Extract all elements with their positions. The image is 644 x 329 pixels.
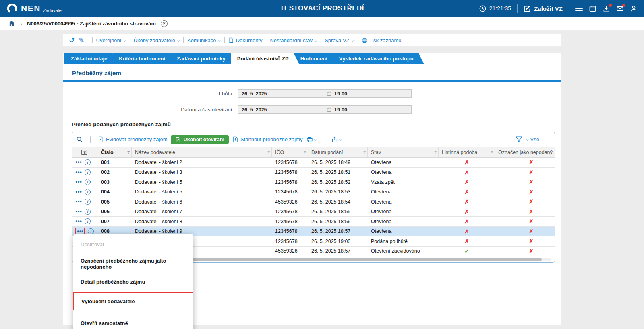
- cell-date: 26. 5. 2025 18:57: [308, 228, 368, 234]
- tab-0[interactable]: Základní údaje: [64, 53, 118, 64]
- row-info-icon[interactable]: i: [85, 218, 91, 224]
- clock: 21:21:35: [479, 5, 511, 12]
- chevron-down-icon: ▽: [526, 137, 528, 142]
- history-icon[interactable]: ↺: [69, 37, 75, 44]
- downloads-button[interactable]: [603, 5, 610, 12]
- section-rule: [63, 80, 561, 82]
- table-row-6[interactable]: ●●●i007Dodavatel - školení 81234567826. …: [72, 217, 555, 227]
- table-row-4[interactable]: ●●●i005Dodavatel - školení 64535932626. …: [72, 197, 555, 207]
- record-action-3[interactable]: Dokumenty: [228, 37, 263, 43]
- table-row-2[interactable]: ●●●i003Dodavatel - školení 51234567826. …: [72, 177, 555, 187]
- search-icon[interactable]: [76, 136, 83, 143]
- row-menu-button[interactable]: ●●●: [75, 160, 82, 164]
- filter-caret-icon[interactable]: ▽: [304, 151, 306, 154]
- messages-button[interactable]: [616, 5, 624, 12]
- row-menu-button[interactable]: ●●●: [75, 210, 82, 214]
- pencil-icon[interactable]: ✎: [79, 37, 84, 44]
- row-info-icon[interactable]: i: [85, 159, 91, 165]
- column-header-6[interactable]: Označen jako nepodaný▽: [495, 147, 555, 157]
- record-action-4[interactable]: Nestandardní stav▽: [270, 37, 317, 43]
- column-header-1[interactable]: Název dodavatele▽: [132, 147, 272, 157]
- tab-3[interactable]: Podání účastníků ZP: [231, 53, 299, 64]
- menu-item-1[interactable]: Označení předběžného zájmu jako nepodané…: [73, 253, 193, 274]
- register-interest-button[interactable]: Evidovat předběžný zájem: [98, 136, 167, 142]
- cell-ico: 12345678: [272, 189, 308, 195]
- export-button[interactable]: ▽: [331, 136, 342, 143]
- cell-paper-form: ✗: [439, 199, 495, 205]
- table-row-1[interactable]: ●●●i002Dodavatel - školení 31234567826. …: [72, 168, 555, 178]
- column-header-4[interactable]: Stav▽: [368, 147, 439, 157]
- tab-5[interactable]: Výsledek zadávacího postupu: [333, 53, 424, 64]
- close-icon[interactable]: ✕: [161, 20, 168, 27]
- record-action-label: Uveřejnění: [96, 37, 122, 43]
- column-header-5[interactable]: Listinná podoba▽: [439, 147, 495, 157]
- separator: [90, 136, 91, 143]
- record-toolbar: ↺ ✎ Uveřejnění▽Úkony zadavatele▽Komunika…: [63, 34, 561, 46]
- nen-logo[interactable]: NEN Zadavatel: [6, 3, 62, 14]
- menu-item-2[interactable]: Detail předběžného zájmu: [73, 274, 193, 289]
- tab-2[interactable]: Zadávací podmínky: [170, 53, 236, 64]
- opening-date-field[interactable]: 26. 5. 2025: [238, 105, 324, 114]
- menu-item-3[interactable]: Vyloučení dodavatele: [73, 292, 193, 310]
- cell-marked-not-submitted: ✗: [495, 179, 555, 185]
- table-row-3[interactable]: ●●●i004Dodavatel - školení 51234567826. …: [72, 187, 555, 197]
- column-label: Číslo: [101, 150, 114, 155]
- column-label: Označen jako nepodaný: [498, 150, 553, 155]
- filter-caret-icon[interactable]: ▽: [491, 151, 493, 154]
- create-vz-button[interactable]: Založit VZ: [524, 5, 563, 12]
- cell-marked-not-submitted: ✗: [495, 159, 555, 165]
- filter-caret-icon[interactable]: ▽: [128, 151, 130, 154]
- row-info-icon[interactable]: i: [85, 169, 91, 175]
- finish-opening-button[interactable]: Ukončit otevírání: [171, 135, 228, 144]
- column-settings-button[interactable]: [72, 147, 96, 157]
- filter-caret-icon[interactable]: ▽: [435, 151, 437, 154]
- separator: [569, 4, 569, 13]
- row-menu-button[interactable]: ●●●: [75, 220, 82, 223]
- print-button[interactable]: ▽: [306, 136, 317, 143]
- column-header-2[interactable]: IČO▽: [272, 147, 308, 157]
- column-header-3[interactable]: Datum podání▽: [308, 147, 368, 157]
- tab-1[interactable]: Kritéria hodnocení: [112, 53, 176, 64]
- tab-4[interactable]: Hodnocení: [294, 53, 338, 64]
- filter-icon[interactable]: [516, 136, 522, 143]
- record-action-6[interactable]: Tisk záznamu: [362, 37, 402, 43]
- row-info-icon[interactable]: i: [85, 179, 91, 185]
- row-info-icon[interactable]: i: [85, 209, 91, 215]
- deadline-time-field[interactable]: 19:00: [324, 89, 412, 98]
- row-menu-button[interactable]: ●●●: [75, 171, 82, 174]
- record-action-2[interactable]: Komunikace▽: [187, 37, 221, 43]
- calendar-button[interactable]: [589, 5, 596, 12]
- table-row-5[interactable]: ●●●i006Dodavatel - školení 71234567826. …: [72, 207, 555, 217]
- cross-icon: ✗: [529, 228, 534, 234]
- cell-supplier-name: Dodavatel - školení 2: [132, 160, 272, 165]
- row-menu-button[interactable]: ●●●: [75, 190, 82, 194]
- menu-icon[interactable]: [575, 6, 583, 12]
- cell-paper-form: ✗: [439, 179, 495, 185]
- download-interests-button[interactable]: Stáhnout předběžné zájmy: [232, 136, 303, 142]
- cell-paper-form: ✗: [439, 228, 495, 234]
- row-info-icon[interactable]: i: [85, 199, 91, 205]
- record-action-0[interactable]: Uveřejnění▽: [96, 37, 126, 43]
- deadline-date-field[interactable]: 26. 5. 2025: [238, 89, 324, 98]
- cross-icon: ✗: [465, 218, 469, 224]
- cell-marked-not-submitted: ✗: [495, 199, 555, 205]
- filter-caret-icon[interactable]: ▽: [268, 151, 270, 154]
- record-action-5[interactable]: Správa VZ▽: [325, 37, 354, 43]
- section-title: Předběžný zájem: [63, 64, 561, 77]
- profile-button[interactable]: [630, 5, 638, 12]
- opening-time-field[interactable]: 19:00: [324, 105, 412, 114]
- filter-all-dropdown[interactable]: ▽ Vše: [526, 136, 539, 142]
- menu-item-4[interactable]: Otevřít samostatně: [73, 316, 193, 329]
- cell-status: Otevřena: [368, 169, 439, 175]
- record-action-1[interactable]: Úkony zadavatele▽: [134, 37, 180, 43]
- cell-date: 26. 5. 2025 18:49: [308, 160, 368, 165]
- home-icon[interactable]: [8, 20, 15, 27]
- cell-paper-form: ✗: [439, 209, 495, 215]
- table-row-0[interactable]: ●●●i001Dodavatel - školení 21234567826. …: [72, 158, 555, 168]
- row-menu-button[interactable]: ●●●: [75, 200, 82, 204]
- row-info-icon[interactable]: i: [85, 189, 91, 195]
- filter-caret-icon[interactable]: ▽: [364, 151, 366, 154]
- column-header-0[interactable]: Číslo↑▽: [96, 147, 132, 157]
- breadcrumb-item[interactable]: N006/25/V00004995 - Zajištění závodního …: [27, 21, 156, 27]
- row-menu-button[interactable]: ●●●: [75, 180, 82, 184]
